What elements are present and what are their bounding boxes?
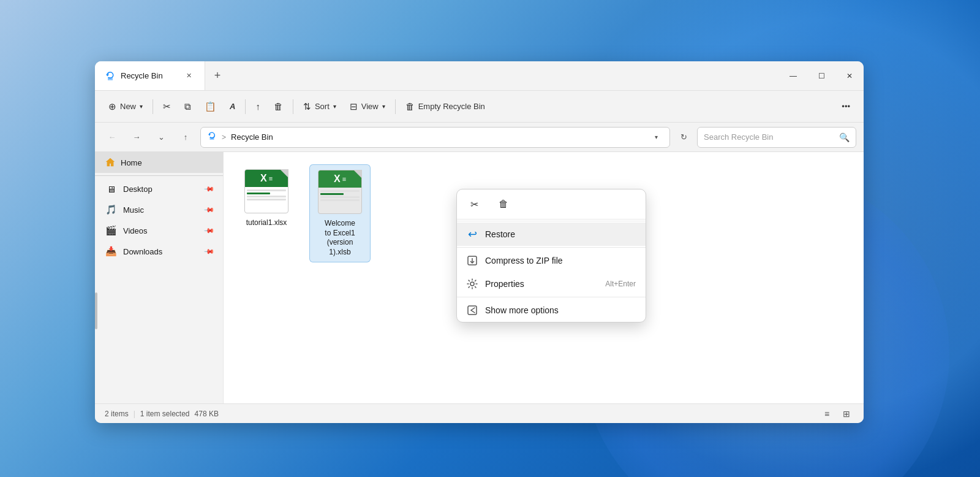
new-tab-button[interactable]: + — [205, 61, 230, 90]
file-item-welcome[interactable]: X ≡ Welcometo Excel1(version1).xlsb — [309, 164, 371, 262]
sidebar-item-videos[interactable]: 🎬 Videos 📌 — [95, 220, 223, 241]
paste-button[interactable]: 📋 — [198, 98, 222, 115]
close-button[interactable]: ✕ — [835, 61, 864, 90]
new-button[interactable]: ⊕ New ▾ — [102, 98, 149, 115]
pin-icon-videos: 📌 — [203, 224, 214, 236]
file-item-tutorial[interactable]: X ≡ tutorial1.xlsx — [236, 164, 297, 233]
new-chevron-icon: ▾ — [140, 103, 143, 110]
file-name-welcome: Welcometo Excel1(version1).xlsb — [325, 219, 355, 257]
view-chevron-icon: ▾ — [382, 103, 385, 110]
context-divider-3 — [457, 297, 646, 297]
toolbar-sep-3 — [293, 99, 293, 114]
list-view-button[interactable]: ≡ — [820, 406, 834, 421]
address-recycle-icon — [207, 131, 217, 143]
items-count: 2 items — [105, 410, 129, 418]
desktop-icon: 🖥 — [105, 183, 117, 195]
back-button[interactable]: ← — [102, 128, 122, 147]
context-icons-row: ✂ 🗑 — [457, 189, 646, 219]
view-button[interactable]: ⊟ View ▾ — [344, 98, 391, 115]
sidebar-item-downloads[interactable]: 📥 Downloads 📌 — [95, 241, 223, 262]
address-dropdown-icon[interactable]: ▾ — [649, 130, 663, 145]
forward-button[interactable]: → — [127, 128, 146, 147]
search-placeholder: Search Recycle Bin — [704, 132, 834, 142]
pin-icon-downloads: 📌 — [203, 245, 214, 257]
sidebar-item-music[interactable]: 🎵 Music 📌 — [95, 199, 223, 220]
main-content: X ≡ tutorial1.xlsx — [224, 152, 864, 403]
path-separator: > — [222, 133, 226, 142]
properties-shortcut: Alt+Enter — [605, 280, 636, 288]
up-button[interactable]: ↑ — [176, 128, 195, 147]
context-show-more-item[interactable]: Show more options — [457, 299, 646, 322]
context-properties-item[interactable]: Properties Alt+Enter — [457, 272, 646, 296]
grid-view-button[interactable]: ⊞ — [839, 406, 854, 421]
sidebar-item-desktop[interactable]: 🖥 Desktop 📌 — [95, 178, 223, 199]
toolbar-sep-2 — [245, 99, 246, 114]
restore-icon: ↩ — [467, 229, 478, 240]
svg-rect-1 — [210, 137, 214, 140]
status-separator: | — [134, 410, 135, 418]
paste-icon: 📋 — [205, 102, 216, 111]
rename-button[interactable]: A — [224, 99, 241, 114]
new-icon: ⊕ — [108, 102, 116, 111]
copy-button[interactable]: ⧉ — [178, 98, 197, 115]
sidebar-scrollbar[interactable] — [95, 292, 97, 329]
sidebar-home[interactable]: Home — [95, 152, 223, 173]
view-icon: ⊟ — [350, 102, 358, 111]
share-button[interactable]: ↑ — [249, 98, 266, 115]
toolbar-sep-4 — [395, 99, 396, 114]
file-icon-welcome: X ≡ — [318, 170, 362, 214]
file-size: 478 KB — [195, 410, 219, 418]
sidebar: Home 🖥 Desktop 📌 🎵 Music 📌 🎬 Videos 📌 📥 … — [95, 152, 224, 403]
properties-icon — [467, 278, 478, 289]
context-restore-item[interactable]: ↩ Restore — [457, 223, 646, 246]
file-icon-tutorial: X ≡ — [244, 169, 288, 213]
more-options-button[interactable]: ••• — [835, 98, 856, 115]
context-delete-button[interactable]: 🗑 — [494, 194, 513, 214]
dropdown-button[interactable]: ⌄ — [151, 128, 171, 147]
sort-icon: ⇅ — [303, 102, 311, 111]
view-controls: ≡ ⊞ — [820, 406, 854, 421]
window-controls: — ☐ ✕ — [779, 61, 864, 90]
music-icon: 🎵 — [105, 204, 117, 216]
context-menu: ✂ 🗑 ↩ Restore — [456, 189, 646, 322]
copy-icon: ⧉ — [184, 102, 191, 111]
svg-rect-0 — [108, 77, 113, 80]
toolbar-sep-1 — [153, 99, 153, 114]
explorer-window: Recycle Bin ✕ + — ☐ ✕ ⊕ New ▾ ✂ ⧉ 📋 A — [95, 61, 864, 423]
context-cut-button[interactable]: ✂ — [464, 194, 484, 214]
context-delete-icon: 🗑 — [499, 199, 508, 210]
compress-icon — [467, 255, 478, 266]
tab-close-button[interactable]: ✕ — [183, 70, 195, 82]
sidebar-divider — [95, 175, 223, 176]
sort-chevron-icon: ▾ — [333, 103, 336, 110]
context-divider-2 — [457, 247, 646, 248]
maximize-button[interactable]: ☐ — [807, 61, 835, 90]
delete-button[interactable]: 🗑 — [268, 98, 289, 115]
sort-button[interactable]: ⇅ Sort ▾ — [297, 98, 342, 115]
recycle-bin-tab-icon — [105, 71, 116, 82]
search-icon: 🔍 — [839, 132, 850, 142]
empty-recycle-bin-button[interactable]: 🗑 Empty Recycle Bin — [399, 98, 491, 115]
context-compress-item[interactable]: Compress to ZIP file — [457, 249, 646, 272]
minimize-button[interactable]: — — [779, 61, 807, 90]
empty-bin-icon: 🗑 — [405, 102, 415, 111]
title-bar: Recycle Bin ✕ + — ☐ ✕ — [95, 61, 864, 91]
excel-x-icon: X — [260, 173, 267, 184]
svg-rect-5 — [468, 306, 477, 315]
toolbar: ⊕ New ▾ ✂ ⧉ 📋 A ↑ 🗑 ⇅ Sort ▾ — [95, 91, 864, 123]
pin-icon-music: 📌 — [203, 204, 214, 215]
context-scissors-icon: ✂ — [470, 199, 478, 210]
refresh-button[interactable]: ↻ — [675, 129, 692, 146]
file-name-tutorial: tutorial1.xlsx — [246, 218, 287, 228]
recycle-bin-tab[interactable]: Recycle Bin ✕ — [95, 61, 205, 90]
cut-button[interactable]: ✂ — [157, 98, 177, 115]
path-text: Recycle Bin — [231, 132, 644, 142]
search-bar[interactable]: Search Recycle Bin 🔍 — [697, 127, 856, 148]
selected-info: 1 item selected — [140, 410, 190, 418]
show-more-icon — [467, 305, 478, 316]
videos-icon: 🎬 — [105, 224, 117, 237]
home-icon — [105, 157, 116, 168]
pin-icon-desktop: 📌 — [203, 183, 214, 194]
address-bar[interactable]: > Recycle Bin ▾ — [200, 127, 670, 148]
tab-title: Recycle Bin — [121, 71, 178, 80]
